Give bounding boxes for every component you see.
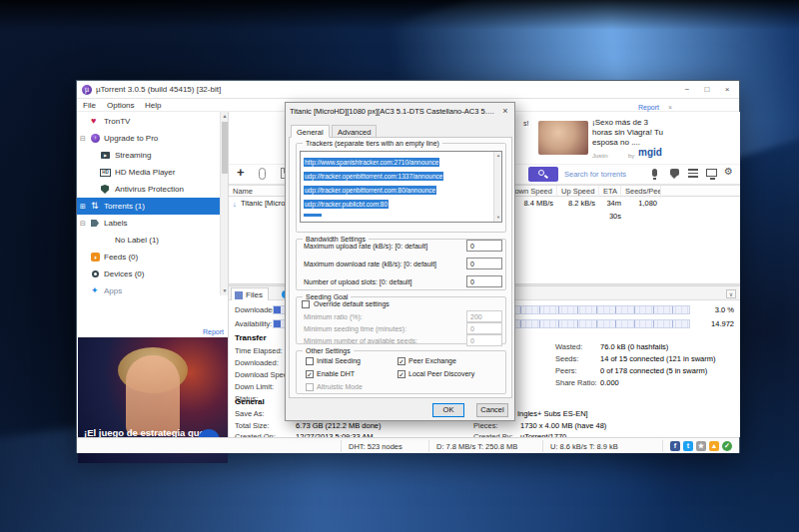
min-seeds-input[interactable]: 0 <box>466 334 502 346</box>
tab-files[interactable]: Files <box>231 287 269 300</box>
minimize-button[interactable]: − <box>679 84 695 96</box>
local-peer-discovery-checkbox[interactable]: ✓ <box>398 370 405 378</box>
statusbar-separator <box>341 440 342 452</box>
hd-player-icon: HD <box>100 169 111 177</box>
enable-dht-checkbox[interactable]: ✓ <box>306 370 314 378</box>
ad-report-link[interactable]: Report <box>638 103 659 113</box>
sidebar: ♥ TronTV ⊟ ↑ Upgrade to Pro ▶ Streaming … <box>77 112 229 437</box>
close-button[interactable]: × <box>719 84 735 96</box>
add-link-icon[interactable] <box>259 168 266 180</box>
expander-icon[interactable]: ⊟ <box>80 130 86 147</box>
sidebar-item-torrents[interactable]: ⊞ ⇅ Torrents (1) <box>77 198 221 215</box>
other-settings-group-label: Other Settings <box>303 346 354 355</box>
status-ok-icon[interactable]: ✓ <box>722 441 732 451</box>
sidebar-item-label: Devices (0) <box>104 266 144 282</box>
initial-seeding-label[interactable]: Initial Seeding <box>317 357 361 364</box>
ok-button[interactable]: OK <box>432 403 464 417</box>
tracker-url: udp://tracker.openbittorrent.com:80/anno… <box>304 186 436 195</box>
add-torrent-icon[interactable]: + <box>237 165 245 180</box>
forum-icon[interactable]: ▲ <box>709 441 719 451</box>
devices-monitor-icon[interactable] <box>706 169 717 177</box>
feeds-rss-icon: ◗ <box>91 253 100 262</box>
mgid-logo[interactable]: mgid <box>638 148 799 158</box>
menu-file[interactable]: File <box>79 100 100 111</box>
sidebar-item-devices[interactable]: Devices (0) <box>77 266 221 282</box>
sidebar-item-no-label[interactable]: No Label (1) <box>77 232 221 249</box>
dialog-title: Titanic [MicroHD][1080 px][AC3 5.1-DTS C… <box>290 107 497 116</box>
initial-seeding-checkbox[interactable] <box>306 357 314 365</box>
sidebar-item-antivirus[interactable]: Antivirus Protection <box>77 181 221 198</box>
ad-image[interactable] <box>538 121 588 155</box>
peer-exchange-label[interactable]: Peer Exchange <box>408 357 456 364</box>
facebook-icon[interactable]: f <box>670 441 680 451</box>
peer-exchange-checkbox[interactable]: ✓ <box>398 357 405 365</box>
twitter-icon[interactable]: t <box>683 441 693 451</box>
search-button[interactable] <box>528 167 558 182</box>
trackers-textarea[interactable]: http://www.spanishtracker.com:2710/annou… <box>300 151 502 223</box>
sidebar-item-streaming[interactable]: ▶ Streaming <box>77 147 221 164</box>
min-ratio-input[interactable]: 200 <box>466 310 502 322</box>
scroll-down-icon[interactable]: ▼ <box>221 286 229 295</box>
labels-tag-icon <box>91 220 99 227</box>
wasted-value: 76.0 kB (0 hashfails) <box>600 342 668 352</box>
share-ratio-label: Share Ratio: <box>555 378 597 388</box>
sidebar-scrollbar[interactable]: ▲ ▼ <box>220 112 228 295</box>
altruistic-mode-checkbox[interactable] <box>306 383 314 391</box>
ad-text-line[interactable]: ¡Sexo más de 3 <box>592 118 648 128</box>
trackers-group-label: Trackers (separate tiers with an empty l… <box>303 139 442 148</box>
override-label[interactable]: Override default settings <box>314 300 390 307</box>
scroll-up-icon[interactable]: ▲ <box>221 112 229 121</box>
menu-help[interactable]: Help <box>141 100 165 111</box>
max-upload-input[interactable]: 0 <box>466 240 502 252</box>
seeds-label: Seeds: <box>555 354 578 364</box>
settings-gear-icon[interactable]: ⚙ <box>724 166 733 177</box>
ad-text-line[interactable]: horas sin Viagra! Tu <box>592 128 663 138</box>
tab-general[interactable]: General <box>291 125 330 138</box>
microphone-icon[interactable] <box>652 169 657 177</box>
expander-icon[interactable]: ⊟ <box>80 215 86 232</box>
max-download-input[interactable]: 0 <box>466 258 502 269</box>
enable-dht-label[interactable]: Enable DHT <box>317 370 355 377</box>
pieces-value: 1730 x 4.00 MB (have 48) <box>520 421 606 431</box>
sidebar-item-trontv[interactable]: ♥ TronTV <box>77 113 221 130</box>
sidebar-item-upgrade[interactable]: ⊟ ↑ Upgrade to Pro <box>77 130 221 147</box>
download-total-status: D: 7.8 MB/s T: 250.8 MB <box>436 442 517 452</box>
tab-label: Files <box>246 290 263 299</box>
sidebar-item-label: Labels <box>104 215 128 232</box>
files-icon <box>235 291 243 299</box>
sidebar-item-hd-player[interactable]: HD HD Media Player <box>77 164 221 181</box>
save-as-value-visible: Ingles+ Subs ES-EN] <box>517 409 588 419</box>
star-icon[interactable]: ★ <box>696 441 706 451</box>
expander-icon[interactable]: ⊞ <box>80 198 86 215</box>
downloaded2-label: Downloaded: <box>235 358 279 368</box>
cancel-button[interactable]: Cancel <box>476 403 508 417</box>
menu-options[interactable]: Options <box>103 100 139 111</box>
scroll-up-icon[interactable]: ▲ <box>494 152 502 160</box>
playlist-icon[interactable] <box>688 169 698 178</box>
upload-slots-input[interactable]: 0 <box>466 275 502 287</box>
statusbar-separator <box>428 440 429 452</box>
override-checkbox[interactable] <box>302 300 310 308</box>
sidebar-item-feeds[interactable]: ◗ Feeds (0) <box>77 249 221 266</box>
tracker-url: udp://tracker.openbittorrent.com:1337/an… <box>304 172 443 181</box>
ad-report-close-icon[interactable]: × <box>668 103 672 113</box>
scrollbar-thumb[interactable] <box>222 122 228 174</box>
altruistic-mode-label[interactable]: Altruistic Mode <box>317 383 363 390</box>
ad-text-line[interactable]: esposa no .... <box>592 138 640 148</box>
search-input[interactable]: Search for torrents <box>564 170 626 180</box>
local-peer-discovery-label[interactable]: Local Peer Discovery <box>408 370 474 377</box>
sidebar-item-labels[interactable]: ⊟ Labels <box>77 215 221 232</box>
dialog-close-icon[interactable]: × <box>499 105 511 117</box>
sidebar-item-label: Antivirus Protection <box>115 181 184 198</box>
scroll-down-icon[interactable]: ▼ <box>494 214 502 222</box>
detail-collapse-chevron-icon[interactable]: ∨ <box>726 289 736 298</box>
sidebar-item-apps[interactable]: ✦ Apps <box>77 282 221 296</box>
maximize-button[interactable]: □ <box>699 84 715 96</box>
min-seed-time-input[interactable]: 0 <box>466 322 502 334</box>
trackers-scrollbar[interactable]: ▲ ▼ <box>493 152 501 222</box>
seeds-peers-cell: 1,080 <box>625 197 661 210</box>
ad-report-link[interactable]: Report <box>203 327 224 337</box>
mgid-brand-text: mgid <box>638 147 662 158</box>
chat-icon[interactable] <box>670 169 679 176</box>
pieces-label: Pieces: <box>473 421 498 431</box>
